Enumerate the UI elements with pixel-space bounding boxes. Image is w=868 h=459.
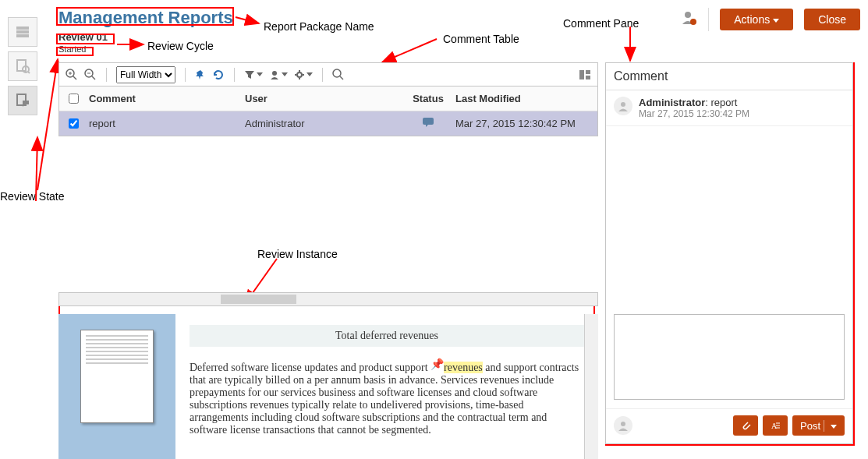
svg-rect-35 xyxy=(423,118,434,125)
svg-point-7 xyxy=(685,12,691,18)
callout-pane: Comment Pane xyxy=(563,17,639,30)
doc-comment-icon xyxy=(15,93,30,108)
row-checkbox[interactable] xyxy=(69,118,79,129)
filter-button[interactable] xyxy=(244,69,263,80)
zoom-in-button[interactable] xyxy=(66,69,78,81)
current-user-avatar xyxy=(614,416,632,435)
spacer xyxy=(606,126,852,314)
actions-label: Actions xyxy=(734,13,770,26)
callout-cycle: Review Cycle xyxy=(147,40,214,52)
svg-point-8 xyxy=(690,19,696,25)
zoom-select[interactable]: Full Width xyxy=(116,66,175,83)
cell-status xyxy=(401,117,455,130)
comment-entry-text: Administrator: report Mar 27, 2015 12:30… xyxy=(639,97,749,119)
layout-toggle-button[interactable] xyxy=(579,69,591,81)
doc-body[interactable]: Total deferred revenues Deferred softwar… xyxy=(175,314,598,459)
svg-rect-2 xyxy=(16,34,29,37)
separator xyxy=(322,68,323,82)
separator xyxy=(234,68,235,82)
comment-textarea[interactable] xyxy=(614,314,845,400)
nav-comments-button[interactable] xyxy=(8,86,37,115)
annot-box-package xyxy=(56,7,234,26)
user-filter-button[interactable] xyxy=(269,69,288,80)
attach-button[interactable] xyxy=(733,415,758,436)
table-row[interactable]: report Administrator Mar 27, 2015 12:30:… xyxy=(59,111,597,136)
comment-pin-icon[interactable]: 📌 xyxy=(430,358,444,370)
pin-button[interactable] xyxy=(195,69,206,80)
svg-rect-33 xyxy=(586,70,590,74)
callout-state: Review State xyxy=(0,190,64,203)
comment-actions: A Post xyxy=(606,408,852,443)
svg-rect-0 xyxy=(16,26,29,30)
zoom-out-button[interactable] xyxy=(84,69,97,81)
col-comment-header[interactable]: Comment xyxy=(89,93,245,104)
nav-review-button[interactable] xyxy=(8,51,37,81)
attach-icon xyxy=(740,420,751,431)
search-button[interactable] xyxy=(332,69,345,81)
svg-rect-1 xyxy=(16,30,29,34)
comment-pane: Comment Administrator: report Mar 27, 20… xyxy=(605,62,853,444)
left-nav xyxy=(8,17,37,115)
doc-search-icon xyxy=(15,58,30,74)
svg-rect-3 xyxy=(17,60,26,71)
svg-line-12 xyxy=(37,59,58,190)
comment-table: Comment User Status Last Modified report… xyxy=(58,86,598,136)
svg-point-36 xyxy=(621,102,625,107)
separator xyxy=(708,8,709,31)
doc-section-title: Total deferred revenues xyxy=(190,325,584,347)
svg-point-37 xyxy=(621,422,625,426)
svg-point-25 xyxy=(297,72,302,77)
chevron-down-icon xyxy=(306,72,313,76)
callout-package: Report Package Name xyxy=(264,20,374,33)
grid-icon xyxy=(15,24,30,40)
table-header-row: Comment User Status Last Modified xyxy=(59,87,597,111)
text-format-icon: A xyxy=(770,420,781,431)
svg-line-5 xyxy=(28,72,30,73)
svg-point-24 xyxy=(272,71,277,76)
user-status-icon[interactable] xyxy=(682,10,697,30)
close-button[interactable]: Close xyxy=(804,9,860,30)
user-icon xyxy=(269,69,280,80)
chevron-down-icon xyxy=(257,72,263,76)
comment-pane-title: Comment xyxy=(606,63,852,90)
scrollbar-thumb[interactable] xyxy=(221,295,296,304)
annot-box-state xyxy=(56,47,94,56)
table-hscrollbar[interactable] xyxy=(58,292,598,306)
col-user-header[interactable]: User xyxy=(245,93,401,104)
svg-line-22 xyxy=(92,76,95,79)
svg-line-31 xyxy=(340,76,343,79)
format-button[interactable]: A xyxy=(763,415,788,436)
actions-button[interactable]: Actions xyxy=(720,9,793,30)
select-all-checkbox[interactable] xyxy=(69,94,79,104)
doc-toolbar: Full Width xyxy=(58,62,598,86)
col-status-header[interactable]: Status xyxy=(401,93,455,104)
doc-vscrollbar[interactable] xyxy=(584,314,598,459)
search-icon xyxy=(332,69,345,81)
page-thumbnail[interactable] xyxy=(80,330,154,423)
post-button[interactable]: Post xyxy=(792,415,845,436)
chevron-down-icon xyxy=(282,72,288,76)
col-modified-header[interactable]: Last Modified xyxy=(455,93,591,104)
nav-report-center-button[interactable] xyxy=(8,17,37,47)
post-split xyxy=(824,420,837,432)
gear-icon xyxy=(294,69,305,80)
doc-highlight: revenues xyxy=(444,362,483,373)
header-right: Actions Close xyxy=(682,8,860,31)
settings-button[interactable] xyxy=(294,69,313,80)
chevron-down-icon xyxy=(831,425,837,429)
filter-icon xyxy=(244,69,255,80)
cell-user: Administrator xyxy=(245,118,401,129)
post-label: Post xyxy=(800,420,820,432)
zoom-out-icon xyxy=(84,69,97,81)
separator xyxy=(106,68,107,82)
layout-icon xyxy=(579,69,591,81)
svg-rect-32 xyxy=(579,70,584,79)
refresh-button[interactable] xyxy=(212,69,225,81)
comment-input-wrap xyxy=(606,314,852,408)
callout-table: Comment Table xyxy=(443,33,519,45)
avatar-icon xyxy=(614,97,632,115)
doc-text-pre: Deferred software license updates and pr… xyxy=(190,362,430,373)
comment-entry[interactable]: Administrator: report Mar 27, 2015 12:30… xyxy=(606,90,852,126)
svg-line-18 xyxy=(73,76,76,79)
main-area: Full Width Comment User Status Last Modi… xyxy=(58,62,598,452)
